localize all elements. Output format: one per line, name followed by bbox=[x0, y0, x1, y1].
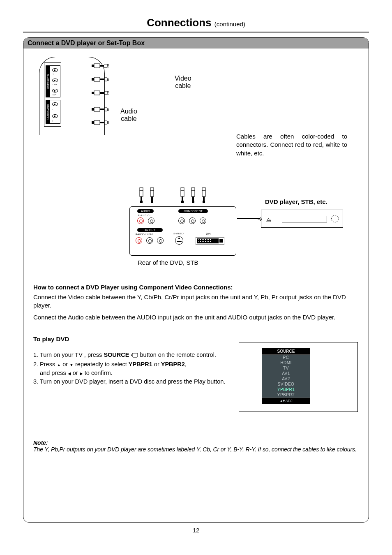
rear-component-chip: COMPONENT bbox=[178, 209, 208, 213]
rca-jack bbox=[146, 237, 153, 244]
plug-icon bbox=[92, 76, 111, 81]
dvi-label: DVI bbox=[206, 232, 211, 235]
video-cable-label-l1: Video bbox=[175, 75, 191, 82]
howto-line1: Connect the Video cable between the Y, C… bbox=[33, 293, 359, 310]
page-title: Connections (continued) bbox=[23, 16, 369, 29]
svg-rect-37 bbox=[207, 239, 208, 240]
eject-icon bbox=[266, 216, 271, 219]
svg-rect-23 bbox=[181, 201, 184, 203]
svg-rect-0 bbox=[92, 65, 94, 67]
osd-item: HDMI bbox=[262, 360, 310, 365]
jack-y-label: Y bbox=[53, 73, 54, 75]
osd-item: SVIDEO bbox=[262, 382, 310, 387]
disc-tray bbox=[282, 216, 327, 222]
svg-rect-32 bbox=[198, 239, 199, 240]
rca-jack bbox=[148, 217, 154, 224]
rear-avout-sub: R-AUDIO-L VIDEO bbox=[136, 233, 153, 236]
jack-y bbox=[52, 68, 58, 72]
t: 1. Turn on your TV , press bbox=[33, 352, 104, 358]
svg-rect-28 bbox=[203, 197, 205, 201]
svg-rect-18 bbox=[150, 191, 154, 197]
osd-panel-frame: SOURCE PCHDMITVAV1AV2SVIDEOYPBPR1YPBPR2 … bbox=[239, 342, 358, 412]
svg-rect-29 bbox=[203, 201, 205, 203]
plug-icon bbox=[149, 187, 155, 205]
play-heading: To play DVD bbox=[33, 335, 359, 342]
display-unit-port-panel: COMPONENT IN Y Cb/Pb Cr/Pr 1 AUDIO S-VID… bbox=[44, 62, 61, 127]
jack-r bbox=[52, 114, 58, 118]
rca-jack bbox=[136, 237, 142, 244]
svideo-jack bbox=[175, 236, 183, 245]
howto-line2: Connect the Audio cable between the AUDI… bbox=[33, 313, 359, 321]
title-continued: (continued) bbox=[214, 21, 245, 28]
svg-rect-3 bbox=[92, 78, 94, 81]
svg-rect-12 bbox=[92, 121, 94, 124]
cable-color-note: Cables are often color-coded to connecto… bbox=[236, 132, 347, 157]
svg-rect-43 bbox=[203, 241, 204, 242]
connection-diagram: COMPONENT IN Y Cb/Pb Cr/Pr 1 AUDIO S-VID… bbox=[31, 54, 361, 276]
svg-rect-25 bbox=[192, 197, 194, 201]
svg-rect-47 bbox=[210, 241, 211, 242]
t: 2. Press bbox=[33, 361, 57, 368]
svg-rect-9 bbox=[92, 108, 94, 111]
rear-audio-sub: R-AUDIO-L bbox=[138, 214, 152, 217]
svg-rect-27 bbox=[202, 191, 205, 197]
svg-rect-10 bbox=[94, 107, 100, 111]
ypbpr1-keyword: YPBPR1 bbox=[129, 361, 152, 368]
dvi-jack bbox=[196, 237, 224, 245]
osd-footer-text: :ADJ bbox=[284, 399, 293, 403]
osd-item: YPBPR1 bbox=[262, 387, 310, 392]
t: or bbox=[152, 361, 161, 368]
audio-in-group: 1 AUDIO S-VIDEO L R bbox=[46, 100, 60, 124]
plug-icon bbox=[190, 187, 196, 205]
svg-rect-45 bbox=[207, 241, 208, 242]
rca-jack bbox=[189, 217, 196, 224]
svg-rect-33 bbox=[200, 239, 201, 240]
jack-cb-label: Cb/Pb bbox=[53, 83, 57, 86]
svg-rect-5 bbox=[100, 79, 104, 80]
audio-cable-label-l2: cable bbox=[121, 115, 136, 122]
t: to confirm. bbox=[83, 370, 113, 376]
left-triangle-icon: ◀ bbox=[68, 371, 71, 376]
osd-item: AV2 bbox=[262, 376, 310, 382]
svg-rect-39 bbox=[210, 239, 211, 240]
rear-audio-chip: AUDIO bbox=[137, 209, 154, 213]
jack-l bbox=[52, 102, 58, 106]
dvd-knob bbox=[331, 215, 339, 222]
audio-in-label: 1 AUDIO S-VIDEO bbox=[46, 100, 50, 123]
down-triangle-icon: ▼ bbox=[69, 363, 74, 367]
t: or bbox=[71, 370, 80, 376]
source-button-icon bbox=[131, 352, 138, 360]
svg-rect-14 bbox=[100, 122, 104, 123]
svg-rect-6 bbox=[92, 92, 94, 94]
osd-item: TV bbox=[262, 365, 310, 371]
svg-rect-36 bbox=[205, 239, 206, 240]
rca-jack bbox=[137, 217, 144, 224]
dvd-rear-panel: AUDIO R-AUDIO-L COMPONENT AV OUT R-AUDIO… bbox=[129, 206, 236, 256]
connector-line bbox=[237, 218, 260, 219]
rear-avout-chip: AV OUT bbox=[137, 228, 163, 232]
updown-arrows-icon: ▲▼ bbox=[279, 399, 284, 403]
howto-heading: How to connect a DVD Player using Compon… bbox=[33, 284, 359, 291]
osd-header: SOURCE bbox=[262, 348, 310, 355]
svg-rect-13 bbox=[94, 120, 100, 125]
svg-rect-11 bbox=[100, 109, 104, 110]
t: , bbox=[185, 361, 187, 368]
audio-cable-label: Audio cable bbox=[120, 108, 137, 122]
osd-item: AV1 bbox=[262, 371, 310, 376]
svg-rect-31 bbox=[197, 238, 219, 243]
t: button on the remote control. bbox=[140, 352, 216, 358]
svg-rect-4 bbox=[94, 77, 100, 81]
source-keyword: SOURCE bbox=[104, 352, 129, 358]
note-section: Note: The Y, Pb,Pr outputs on your DVD p… bbox=[33, 439, 359, 453]
video-cable-label-l2: cable bbox=[175, 82, 191, 89]
audio-cable-label-l1: Audio bbox=[120, 108, 137, 115]
svg-rect-8 bbox=[100, 92, 104, 94]
jack-l-label: L bbox=[52, 108, 53, 110]
t: or bbox=[61, 361, 69, 368]
page-number: 12 bbox=[23, 527, 369, 534]
note-body: The Y, Pb,Pr outputs on your DVD player … bbox=[33, 446, 359, 453]
svg-rect-38 bbox=[208, 239, 209, 240]
svg-rect-34 bbox=[202, 239, 203, 240]
jack-cr bbox=[52, 89, 58, 92]
manual-page: Connections (continued) Connect a DVD pl… bbox=[0, 0, 392, 546]
